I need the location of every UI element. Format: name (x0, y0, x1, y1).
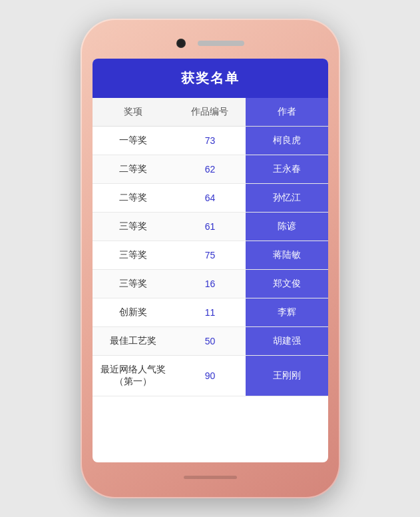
table-row: 创新奖11李辉 (93, 298, 328, 327)
cell-author: 陈谚 (246, 213, 328, 241)
cell-award: 三等奖 (93, 213, 175, 241)
phone-bottom (184, 468, 237, 486)
cell-id: 62 (174, 155, 245, 184)
cell-author: 王永春 (246, 155, 328, 184)
table-row: 最近网络人气奖（第一）90王刚刚 (93, 356, 328, 396)
table-row: 三等奖16郑文俊 (93, 270, 328, 298)
cell-id: 90 (174, 356, 245, 396)
award-table: 奖项 作品编号 作者 一等奖73柯良虎二等奖62王永春二等奖64孙忆江三等奖61… (93, 98, 328, 396)
cell-award: 三等奖 (93, 241, 175, 270)
speaker (198, 41, 244, 46)
col-header-id: 作品编号 (174, 98, 245, 127)
cell-award: 二等奖 (93, 184, 175, 213)
table-row: 二等奖62王永春 (93, 155, 328, 184)
cell-author: 孙忆江 (246, 184, 328, 213)
table-row: 一等奖73柯良虎 (93, 127, 328, 155)
cell-author: 郑文俊 (246, 270, 328, 298)
cell-award: 创新奖 (93, 298, 175, 327)
home-indicator (184, 476, 237, 479)
cell-author: 柯良虎 (246, 127, 328, 155)
col-header-award: 奖项 (93, 98, 175, 127)
cell-id: 61 (174, 213, 245, 241)
table-row: 二等奖64孙忆江 (93, 184, 328, 213)
screen-content[interactable]: 获奖名单 奖项 作品编号 作者 一等奖73柯良虎二等奖62王永春二等奖64孙忆江… (93, 59, 328, 462)
cell-award: 最近网络人气奖（第一） (93, 356, 175, 396)
cell-id: 50 (174, 327, 245, 356)
camera-icon (176, 39, 186, 48)
table-title: 获奖名单 (93, 59, 328, 98)
cell-id: 16 (174, 270, 245, 298)
table-row: 最佳工艺奖50胡建强 (93, 327, 328, 356)
table-row: 三等奖61陈谚 (93, 213, 328, 241)
cell-award: 三等奖 (93, 270, 175, 298)
cell-author: 李辉 (246, 298, 328, 327)
phone-frame: 获奖名单 奖项 作品编号 作者 一等奖73柯良虎二等奖62王永春二等奖64孙忆江… (81, 19, 340, 498)
cell-id: 11 (174, 298, 245, 327)
cell-author: 蒋陆敏 (246, 241, 328, 270)
cell-author: 王刚刚 (246, 356, 328, 396)
cell-award: 二等奖 (93, 155, 175, 184)
cell-id: 75 (174, 241, 245, 270)
phone-top-bar (93, 31, 328, 56)
cell-author: 胡建强 (246, 327, 328, 356)
cell-id: 73 (174, 127, 245, 155)
phone-screen: 获奖名单 奖项 作品编号 作者 一等奖73柯良虎二等奖62王永春二等奖64孙忆江… (93, 59, 328, 462)
cell-award: 一等奖 (93, 127, 175, 155)
cell-id: 64 (174, 184, 245, 213)
table-row: 三等奖75蒋陆敏 (93, 241, 328, 270)
cell-award: 最佳工艺奖 (93, 327, 175, 356)
col-header-author: 作者 (246, 98, 328, 127)
